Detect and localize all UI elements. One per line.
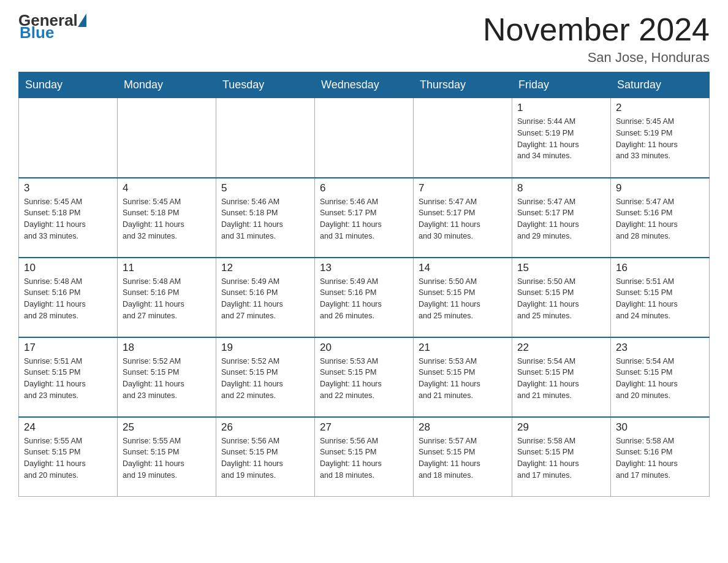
day-info: Sunrise: 5:51 AMSunset: 5:15 PMDaylight:… [24,356,112,402]
day-number: 6 [320,182,408,194]
header: General Blue November 2024 San Jose, Hon… [18,12,710,66]
day-info: Sunrise: 5:47 AMSunset: 5:17 PMDaylight:… [517,196,605,242]
calendar-week-row: 1Sunrise: 5:44 AMSunset: 5:19 PMDaylight… [19,98,710,178]
table-row: 12Sunrise: 5:49 AMSunset: 5:16 PMDayligh… [216,258,315,337]
day-info: Sunrise: 5:55 AMSunset: 5:15 PMDaylight:… [123,435,211,481]
day-number: 12 [221,262,309,274]
header-sunday: Sunday [19,72,118,98]
table-row: 10Sunrise: 5:48 AMSunset: 5:16 PMDayligh… [19,258,118,337]
day-number: 2 [616,102,704,114]
day-info: Sunrise: 5:47 AMSunset: 5:17 PMDaylight:… [419,196,507,242]
logo-triangle-icon [78,13,86,27]
header-thursday: Thursday [414,72,512,98]
table-row [216,98,315,178]
calendar-week-row: 17Sunrise: 5:51 AMSunset: 5:15 PMDayligh… [19,337,710,417]
day-number: 8 [517,182,605,194]
table-row: 8Sunrise: 5:47 AMSunset: 5:17 PMDaylight… [512,178,611,258]
header-wednesday: Wednesday [315,72,414,98]
table-row: 22Sunrise: 5:54 AMSunset: 5:15 PMDayligh… [512,337,611,417]
day-number: 29 [517,421,605,434]
day-info: Sunrise: 5:50 AMSunset: 5:15 PMDaylight:… [517,276,605,322]
table-row: 5Sunrise: 5:46 AMSunset: 5:18 PMDaylight… [216,178,315,258]
day-info: Sunrise: 5:46 AMSunset: 5:17 PMDaylight:… [320,196,408,242]
day-number: 11 [123,262,211,274]
header-saturday: Saturday [611,72,710,98]
day-info: Sunrise: 5:50 AMSunset: 5:15 PMDaylight:… [419,276,507,322]
month-title: November 2024 [483,12,710,47]
day-info: Sunrise: 5:54 AMSunset: 5:15 PMDaylight:… [616,356,704,402]
table-row: 4Sunrise: 5:45 AMSunset: 5:18 PMDaylight… [118,178,216,258]
day-number: 20 [320,342,408,354]
day-info: Sunrise: 5:48 AMSunset: 5:16 PMDaylight:… [123,276,211,322]
day-number: 27 [320,421,408,434]
day-number: 9 [616,182,704,194]
table-row [118,98,216,178]
table-row: 17Sunrise: 5:51 AMSunset: 5:15 PMDayligh… [19,337,118,417]
day-number: 17 [24,342,112,354]
calendar-week-row: 3Sunrise: 5:45 AMSunset: 5:18 PMDaylight… [19,178,710,258]
table-row: 3Sunrise: 5:45 AMSunset: 5:18 PMDaylight… [19,178,118,258]
day-number: 22 [517,342,605,354]
day-number: 5 [221,182,309,194]
day-number: 4 [123,182,211,194]
day-number: 30 [616,421,704,434]
table-row: 9Sunrise: 5:47 AMSunset: 5:16 PMDaylight… [611,178,710,258]
table-row: 23Sunrise: 5:54 AMSunset: 5:15 PMDayligh… [611,337,710,417]
day-number: 24 [24,421,112,434]
day-info: Sunrise: 5:57 AMSunset: 5:15 PMDaylight:… [419,435,507,481]
day-number: 13 [320,262,408,274]
day-number: 19 [221,342,309,354]
table-row [315,98,414,178]
day-number: 26 [221,421,309,434]
table-row: 7Sunrise: 5:47 AMSunset: 5:17 PMDaylight… [414,178,512,258]
day-info: Sunrise: 5:54 AMSunset: 5:15 PMDaylight:… [517,356,605,402]
table-row: 1Sunrise: 5:44 AMSunset: 5:19 PMDaylight… [512,98,611,178]
weekday-header-row: Sunday Monday Tuesday Wednesday Thursday… [19,72,710,98]
table-row: 14Sunrise: 5:50 AMSunset: 5:15 PMDayligh… [414,258,512,337]
day-info: Sunrise: 5:45 AMSunset: 5:18 PMDaylight:… [24,196,112,242]
table-row: 6Sunrise: 5:46 AMSunset: 5:17 PMDaylight… [315,178,414,258]
day-number: 25 [123,421,211,434]
day-info: Sunrise: 5:58 AMSunset: 5:16 PMDaylight:… [616,435,704,481]
day-info: Sunrise: 5:51 AMSunset: 5:15 PMDaylight:… [616,276,704,322]
table-row: 26Sunrise: 5:56 AMSunset: 5:15 PMDayligh… [216,417,315,497]
table-row: 11Sunrise: 5:48 AMSunset: 5:16 PMDayligh… [118,258,216,337]
table-row: 29Sunrise: 5:58 AMSunset: 5:15 PMDayligh… [512,417,611,497]
header-friday: Friday [512,72,611,98]
table-row: 15Sunrise: 5:50 AMSunset: 5:15 PMDayligh… [512,258,611,337]
day-info: Sunrise: 5:52 AMSunset: 5:15 PMDaylight:… [123,356,211,402]
calendar-week-row: 24Sunrise: 5:55 AMSunset: 5:15 PMDayligh… [19,417,710,497]
table-row [19,98,118,178]
header-tuesday: Tuesday [216,72,315,98]
day-number: 23 [616,342,704,354]
table-row: 21Sunrise: 5:53 AMSunset: 5:15 PMDayligh… [414,337,512,417]
day-number: 15 [517,262,605,274]
day-info: Sunrise: 5:45 AMSunset: 5:18 PMDaylight:… [123,196,211,242]
table-row: 24Sunrise: 5:55 AMSunset: 5:15 PMDayligh… [19,417,118,497]
day-info: Sunrise: 5:53 AMSunset: 5:15 PMDaylight:… [320,356,408,402]
calendar: Sunday Monday Tuesday Wednesday Thursday… [18,72,710,497]
day-info: Sunrise: 5:47 AMSunset: 5:16 PMDaylight:… [616,196,704,242]
table-row: 19Sunrise: 5:52 AMSunset: 5:15 PMDayligh… [216,337,315,417]
day-info: Sunrise: 5:56 AMSunset: 5:15 PMDaylight:… [221,435,309,481]
day-number: 3 [24,182,112,194]
day-number: 1 [517,102,605,114]
day-number: 14 [419,262,507,274]
day-info: Sunrise: 5:52 AMSunset: 5:15 PMDaylight:… [221,356,309,402]
title-area: November 2024 San Jose, Honduras [483,12,710,66]
table-row: 16Sunrise: 5:51 AMSunset: 5:15 PMDayligh… [611,258,710,337]
day-info: Sunrise: 5:58 AMSunset: 5:15 PMDaylight:… [517,435,605,481]
table-row: 2Sunrise: 5:45 AMSunset: 5:19 PMDaylight… [611,98,710,178]
day-number: 7 [419,182,507,194]
day-number: 21 [419,342,507,354]
table-row [414,98,512,178]
day-number: 28 [419,421,507,434]
calendar-week-row: 10Sunrise: 5:48 AMSunset: 5:16 PMDayligh… [19,258,710,337]
day-info: Sunrise: 5:48 AMSunset: 5:16 PMDaylight:… [24,276,112,322]
logo: General Blue [18,12,86,40]
table-row: 30Sunrise: 5:58 AMSunset: 5:16 PMDayligh… [611,417,710,497]
header-monday: Monday [118,72,216,98]
day-info: Sunrise: 5:56 AMSunset: 5:15 PMDaylight:… [320,435,408,481]
day-info: Sunrise: 5:49 AMSunset: 5:16 PMDaylight:… [221,276,309,322]
table-row: 20Sunrise: 5:53 AMSunset: 5:15 PMDayligh… [315,337,414,417]
